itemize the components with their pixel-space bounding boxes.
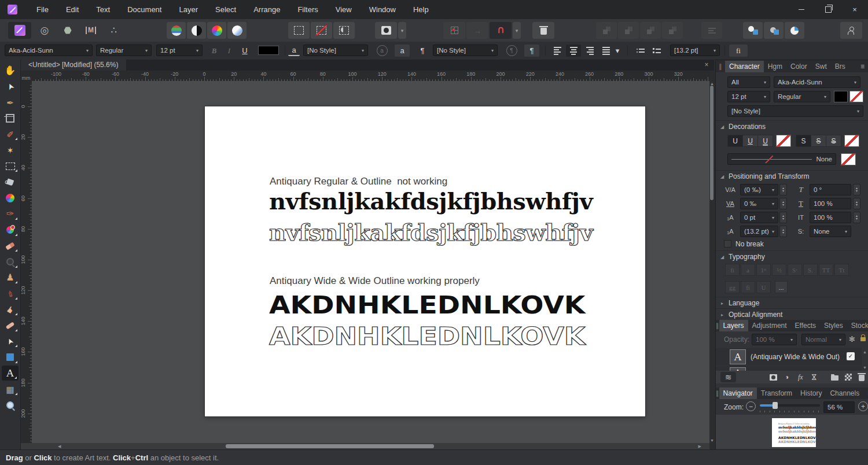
- mask-layer-button[interactable]: [766, 372, 780, 382]
- typography-alt-1-button[interactable]: fi: [741, 281, 755, 293]
- no-break-checkbox[interactable]: [724, 240, 731, 248]
- adjustment-layer-button[interactable]: ◑: [780, 372, 794, 382]
- leading-override-select[interactable]: (13.2 pt)▾: [740, 226, 778, 237]
- decorations-section-header[interactable]: ◢Decorations: [716, 120, 868, 132]
- character-range-select[interactable]: All▾: [727, 76, 770, 88]
- marquee-tool[interactable]: [0, 158, 20, 174]
- horizontal-scrollbar[interactable]: ◀ ▶: [20, 443, 709, 449]
- scroll-left-icon[interactable]: ◀: [58, 444, 61, 449]
- zoom-out-button[interactable]: −: [746, 401, 756, 411]
- force-pixel-alignment-button[interactable]: [443, 22, 465, 39]
- insert-inside-button[interactable]: [785, 22, 804, 39]
- specimen-wide[interactable]: AKDNHKLEDNLKOVK: [269, 290, 586, 319]
- align-left-button[interactable]: [550, 45, 565, 57]
- close-button[interactable]: ×: [841, 0, 868, 19]
- menu-item-window[interactable]: Window: [361, 0, 404, 19]
- specimen-regular[interactable]: nvfsnljkakfdsjkfjbhswhfjv: [269, 187, 593, 215]
- typography-2-button[interactable]: 1ˢᵗ: [756, 264, 771, 276]
- typography-more-button[interactable]: ...: [775, 281, 788, 293]
- typography-alt-0-button[interactable]: gg: [725, 281, 740, 293]
- alignment-options-caret[interactable]: ▾: [613, 45, 621, 57]
- select-all-button[interactable]: [288, 22, 310, 39]
- tab-adjustment[interactable]: Adjustment: [748, 320, 791, 331]
- layer-visibility-checkbox[interactable]: ✓: [847, 352, 855, 360]
- panel-fill-swatch[interactable]: [834, 91, 848, 102]
- vertical-scale-input[interactable]: 100 %: [810, 198, 851, 209]
- navigator-preview[interactable]: Antiquary Regular & Outline not working …: [716, 415, 868, 449]
- text-tool[interactable]: A: [2, 366, 19, 381]
- scroll-down-icon[interactable]: ▼: [710, 438, 714, 442]
- underline-none-button[interactable]: U: [727, 135, 743, 147]
- leading-override-stepper[interactable]: ▴▾: [779, 226, 787, 237]
- blend-mode-select[interactable]: Normal▾: [801, 334, 845, 345]
- ruler-unit[interactable]: mm: [20, 71, 32, 82]
- group-layers-button[interactable]: [827, 372, 841, 382]
- tab-history[interactable]: History: [796, 387, 826, 399]
- crop-tool[interactable]: [0, 111, 20, 126]
- lock-icon[interactable]: [860, 337, 866, 341]
- blend-options-gear-icon[interactable]: ✻: [849, 335, 855, 343]
- horizontal-scroll-thumb[interactable]: [226, 444, 434, 448]
- horizontal-scale-input[interactable]: 100 %: [810, 212, 851, 223]
- snapping-options-caret[interactable]: ▾: [513, 22, 521, 39]
- export-persona-button[interactable]: ∴: [103, 22, 125, 39]
- numbered-list-button[interactable]: [649, 45, 664, 57]
- character-style-select[interactable]: [No Style]▾: [303, 45, 368, 56]
- tab-layers[interactable]: Layers: [719, 320, 748, 331]
- strikethrough-double-button[interactable]: S: [826, 135, 841, 147]
- align-right-button[interactable]: [582, 45, 597, 57]
- auto-contrast-button[interactable]: [187, 22, 206, 39]
- navigator-menu-icon[interactable]: ≡: [863, 387, 868, 399]
- photo-persona-button[interactable]: [8, 22, 31, 39]
- font-family-select[interactable]: Aka-Acid-Sunn▾: [5, 45, 93, 56]
- bullet-list-button[interactable]: [633, 45, 648, 57]
- snapping-button[interactable]: ∪: [490, 22, 512, 39]
- ligatures-button[interactable]: fi: [729, 45, 748, 57]
- font-style-select[interactable]: Regular▾: [96, 45, 152, 56]
- tab-hgm[interactable]: Hgm: [764, 61, 786, 72]
- view-tool[interactable]: ✋: [0, 63, 20, 78]
- colour-replacement-brush-tool[interactable]: [0, 223, 20, 238]
- restore-button[interactable]: [815, 0, 841, 19]
- artboard[interactable]: Antiquary Regular & Outline not working …: [205, 106, 645, 416]
- eraser-tool[interactable]: [0, 238, 20, 253]
- typography-4-button[interactable]: Sˑ: [788, 264, 802, 276]
- typography-section-header[interactable]: ◢Typography: [716, 250, 868, 263]
- tracking-select[interactable]: 0 ‰▾: [740, 198, 778, 209]
- layer-thumbnail[interactable]: A: [730, 349, 746, 364]
- underline-single-button[interactable]: U: [742, 135, 758, 147]
- panel-text-style-select[interactable]: [No Style]▾: [727, 105, 863, 117]
- canvas[interactable]: Antiquary Regular & Outline not working …: [32, 81, 709, 443]
- align-center-button[interactable]: [566, 45, 581, 57]
- edit-character-style-button[interactable]: a: [395, 45, 410, 57]
- layers-scroll-up-icon[interactable]: ▲: [863, 350, 867, 354]
- panel-stroke-none-swatch[interactable]: [849, 91, 863, 102]
- underline-colour-swatch[interactable]: [776, 135, 791, 147]
- zoom-in-button[interactable]: +: [858, 401, 868, 411]
- zoom-value-input[interactable]: 56 %: [823, 401, 855, 413]
- paragraph-style-select[interactable]: [No Style]▾: [433, 45, 498, 56]
- zoom-slider-handle[interactable]: [773, 402, 778, 409]
- move-to-front-button[interactable]: [596, 22, 617, 39]
- tracking-stepper[interactable]: ▴▾: [779, 198, 787, 209]
- gradient-tool[interactable]: [0, 190, 20, 205]
- typography-3-button[interactable]: ½: [772, 264, 786, 276]
- account-button[interactable]: [840, 22, 862, 39]
- layer-name[interactable]: (Antiquary Wide & Wide Out): [751, 353, 840, 361]
- typography-7-button[interactable]: Tt: [834, 264, 849, 276]
- typography-1-button[interactable]: a: [741, 264, 755, 276]
- move-backward-button[interactable]: [640, 22, 661, 39]
- new-pixel-layer-button[interactable]: [841, 372, 855, 382]
- menu-item-document[interactable]: Document: [119, 0, 170, 19]
- leading-select[interactable]: [13.2 pt]▾: [670, 45, 720, 56]
- menu-item-text[interactable]: Text: [87, 0, 119, 19]
- tab-styles[interactable]: Styles: [820, 320, 847, 331]
- typography-5-button[interactable]: S.: [803, 264, 818, 276]
- menu-item-edit[interactable]: Edit: [57, 0, 87, 19]
- positioning-section-header[interactable]: ◢Positioning and Transform: [716, 170, 868, 182]
- menu-item-help[interactable]: Help: [404, 0, 437, 19]
- baseline-select[interactable]: 0 pt▾: [740, 212, 778, 223]
- move-to-back-button[interactable]: [662, 22, 683, 39]
- auto-levels-button[interactable]: [167, 22, 186, 39]
- edit-paragraph-style-button[interactable]: ¶: [524, 45, 539, 57]
